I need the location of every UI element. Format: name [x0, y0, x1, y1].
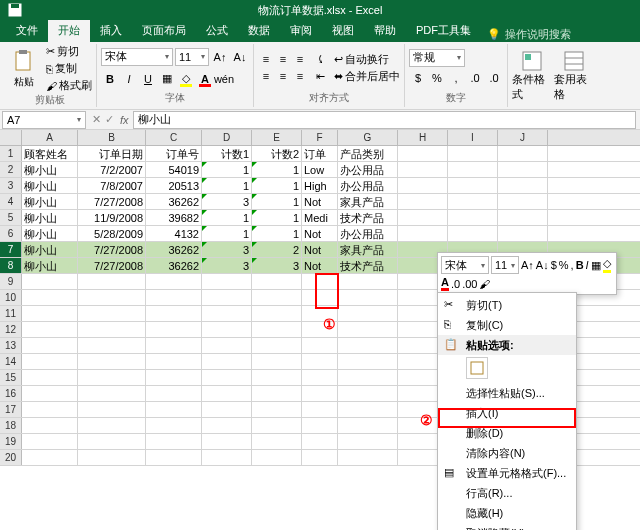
- cell[interactable]: [146, 306, 202, 321]
- mini-font-name[interactable]: 宋体▾: [441, 256, 489, 274]
- cut-button[interactable]: ✂剪切: [46, 44, 92, 59]
- cell[interactable]: Not: [302, 226, 338, 241]
- col-header-I[interactable]: I: [448, 130, 498, 145]
- tab-insert[interactable]: 插入: [90, 19, 132, 42]
- fx-icon[interactable]: fx: [120, 114, 129, 126]
- cell[interactable]: [22, 274, 78, 289]
- cell[interactable]: 2: [252, 242, 302, 257]
- cell[interactable]: 3: [202, 258, 252, 273]
- row-header-9[interactable]: 9: [0, 274, 22, 289]
- border-button[interactable]: ▦: [158, 70, 176, 88]
- font-size-select[interactable]: 11▾: [175, 48, 209, 66]
- cell[interactable]: Not: [302, 258, 338, 273]
- cell[interactable]: [202, 402, 252, 417]
- bold-button[interactable]: B: [101, 70, 119, 88]
- cell[interactable]: [22, 338, 78, 353]
- cell[interactable]: [338, 354, 398, 369]
- row-header-16[interactable]: 16: [0, 386, 22, 401]
- cell[interactable]: [146, 370, 202, 385]
- cell[interactable]: 柳小山: [22, 194, 78, 209]
- cell[interactable]: [78, 274, 146, 289]
- row-header-18[interactable]: 18: [0, 418, 22, 433]
- row-header-5[interactable]: 5: [0, 210, 22, 225]
- cell[interactable]: [302, 418, 338, 433]
- indent-decrease-button[interactable]: ⇤: [312, 68, 328, 84]
- name-box[interactable]: A7▾: [2, 111, 86, 129]
- cell[interactable]: [398, 146, 448, 161]
- cell[interactable]: 1: [202, 162, 252, 177]
- cell[interactable]: [252, 450, 302, 465]
- cell[interactable]: [202, 450, 252, 465]
- cell[interactable]: [78, 370, 146, 385]
- enter-formula-button[interactable]: ✓: [105, 113, 114, 126]
- cell[interactable]: [146, 354, 202, 369]
- cell[interactable]: [448, 146, 498, 161]
- row-header-17[interactable]: 17: [0, 402, 22, 417]
- cell[interactable]: [78, 386, 146, 401]
- phonetic-button[interactable]: wén: [215, 70, 233, 88]
- cell[interactable]: [22, 370, 78, 385]
- cell[interactable]: [78, 290, 146, 305]
- cell[interactable]: [146, 450, 202, 465]
- cell[interactable]: [498, 194, 548, 209]
- col-header-J[interactable]: J: [498, 130, 548, 145]
- menu-copy[interactable]: ⎘复制(C): [438, 315, 576, 335]
- cell[interactable]: [302, 370, 338, 385]
- cell[interactable]: 20513: [146, 178, 202, 193]
- number-format-select[interactable]: 常规▾: [409, 49, 465, 67]
- cell[interactable]: 柳小山: [22, 242, 78, 257]
- cell[interactable]: [302, 434, 338, 449]
- row-header-11[interactable]: 11: [0, 306, 22, 321]
- cell[interactable]: Medi: [302, 210, 338, 225]
- merge-center-button[interactable]: ⬌合并后居中: [334, 69, 400, 84]
- cell[interactable]: 办公用品: [338, 178, 398, 193]
- cell[interactable]: 11/9/2008: [78, 210, 146, 225]
- mini-decrease-font[interactable]: A↓: [536, 259, 549, 271]
- tab-pdf[interactable]: PDF工具集: [406, 19, 481, 42]
- increase-font-button[interactable]: A↑: [211, 48, 229, 66]
- col-header-D[interactable]: D: [202, 130, 252, 145]
- cell[interactable]: [22, 306, 78, 321]
- cell[interactable]: [146, 274, 202, 289]
- cell[interactable]: 办公用品: [338, 226, 398, 241]
- menu-unhide[interactable]: 取消隐藏(U): [438, 523, 576, 530]
- cell[interactable]: [398, 178, 448, 193]
- cell[interactable]: [338, 418, 398, 433]
- cell[interactable]: [78, 402, 146, 417]
- cell[interactable]: 订单号: [146, 146, 202, 161]
- cell[interactable]: 36262: [146, 258, 202, 273]
- cell[interactable]: [498, 162, 548, 177]
- cell[interactable]: [22, 290, 78, 305]
- cell[interactable]: [252, 290, 302, 305]
- row-1[interactable]: 1顾客姓名订单日期订单号计数1计数2订单产品类别: [0, 146, 640, 162]
- cell[interactable]: [498, 210, 548, 225]
- cell[interactable]: [252, 322, 302, 337]
- cell[interactable]: 柳小山: [22, 178, 78, 193]
- cell[interactable]: [22, 402, 78, 417]
- cell[interactable]: [338, 306, 398, 321]
- cell[interactable]: 7/27/2008: [78, 194, 146, 209]
- cell[interactable]: 柳小山: [22, 162, 78, 177]
- cell[interactable]: 办公用品: [338, 162, 398, 177]
- cell[interactable]: [146, 322, 202, 337]
- cell[interactable]: 1: [252, 210, 302, 225]
- cell[interactable]: [202, 290, 252, 305]
- cell[interactable]: 1: [252, 178, 302, 193]
- cell[interactable]: [302, 274, 338, 289]
- row-header-14[interactable]: 14: [0, 354, 22, 369]
- align-left-button[interactable]: ≡: [258, 68, 274, 84]
- row-header-12[interactable]: 12: [0, 322, 22, 337]
- cell[interactable]: [146, 434, 202, 449]
- row-5[interactable]: 5柳小山11/9/20083968211Medi技术产品: [0, 210, 640, 226]
- cell[interactable]: [252, 338, 302, 353]
- cell[interactable]: High: [302, 178, 338, 193]
- cell[interactable]: 1: [252, 226, 302, 241]
- menu-insert[interactable]: 插入(I): [438, 403, 576, 423]
- col-header-H[interactable]: H: [398, 130, 448, 145]
- menu-clear[interactable]: 清除内容(N): [438, 443, 576, 463]
- menu-hide[interactable]: 隐藏(H): [438, 503, 576, 523]
- cell[interactable]: 1: [202, 210, 252, 225]
- cell[interactable]: Low: [302, 162, 338, 177]
- cell[interactable]: 5/28/2009: [78, 226, 146, 241]
- mini-dec1[interactable]: .00: [462, 278, 477, 290]
